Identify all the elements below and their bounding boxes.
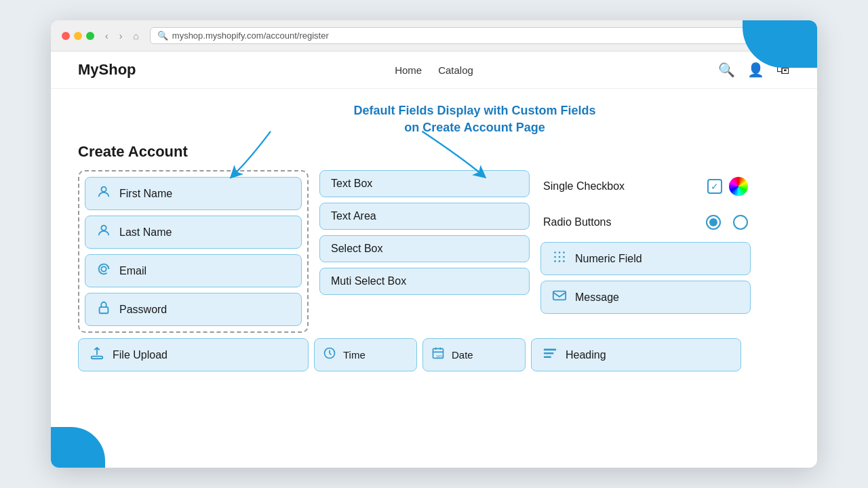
text-box-label: Text Box <box>331 178 372 190</box>
page-content: MyShop Home Catalog 🔍 👤 🛍 Default Fields… <box>51 52 817 468</box>
password-label: Password <box>119 304 167 316</box>
email-field[interactable]: Email <box>85 254 302 287</box>
password-field[interactable]: Password <box>85 293 302 326</box>
message-field[interactable]: Message <box>540 281 751 314</box>
svg-point-9 <box>563 256 565 258</box>
default-fields-column: First Name Last Name <box>78 170 309 333</box>
select-box-field[interactable]: Select Box <box>319 235 530 262</box>
first-name-field[interactable]: First Name <box>85 177 302 210</box>
back-button[interactable]: ‹ <box>102 29 111 43</box>
multi-select-label: Muti Select Box <box>331 275 406 287</box>
first-name-label: First Name <box>119 188 172 200</box>
radio-empty-icon[interactable] <box>733 215 748 230</box>
svg-point-8 <box>559 256 561 258</box>
traffic-lights <box>62 32 94 40</box>
user-icon[interactable]: 👤 <box>747 62 764 78</box>
browser-window: ‹ › ⌂ 🔍 myshop.myshopify.com/account/reg… <box>51 20 817 468</box>
date-field[interactable]: 365 Date <box>422 338 526 371</box>
envelope-icon <box>552 288 567 306</box>
heading-icon <box>542 346 557 364</box>
numeric-field[interactable]: Numeric Field <box>540 242 751 275</box>
annotation-line2: on Create Account Page <box>119 119 817 136</box>
svg-point-0 <box>101 187 106 192</box>
clock-icon <box>323 346 336 363</box>
address-bar[interactable]: 🔍 myshop.myshopify.com/account/register <box>150 27 764 44</box>
minimize-button[interactable] <box>74 32 82 40</box>
svg-rect-20 <box>544 357 551 358</box>
svg-rect-13 <box>553 291 566 300</box>
browser-chrome: ‹ › ⌂ 🔍 myshop.myshopify.com/account/reg… <box>51 20 817 52</box>
numeric-field-label: Numeric Field <box>575 253 642 265</box>
heading-field[interactable]: Heading <box>531 338 741 371</box>
search-icon[interactable]: 🔍 <box>718 62 735 78</box>
bottom-row: File Upload Time <box>78 338 790 371</box>
last-name-label: Last Name <box>119 226 172 239</box>
calendar-icon: 365 <box>431 346 445 363</box>
multi-select-field[interactable]: Muti Select Box <box>319 268 530 295</box>
single-checkbox-field: Single Checkbox ✓ <box>540 170 751 203</box>
at-icon <box>96 262 111 280</box>
close-button[interactable] <box>62 32 70 40</box>
file-upload-label: File Upload <box>113 349 167 361</box>
shop-logo: MyShop <box>78 61 395 79</box>
email-label: Email <box>119 265 146 277</box>
grid-icon <box>552 249 567 268</box>
svg-point-6 <box>563 252 565 254</box>
nav-catalog[interactable]: Catalog <box>438 64 473 76</box>
radio-buttons-field: Radio Buttons <box>540 208 751 237</box>
checkbox-icon[interactable]: ✓ <box>707 179 722 194</box>
custom-fields-right: Single Checkbox ✓ Radio Buttons <box>540 170 751 333</box>
time-label: Time <box>343 349 366 361</box>
annotation-line1: Default Fields Display with Custom Field… <box>119 102 817 119</box>
select-box-label: Select Box <box>331 243 382 255</box>
message-label: Message <box>575 291 619 304</box>
forward-button[interactable]: › <box>117 29 125 43</box>
svg-point-12 <box>563 260 565 262</box>
shop-links: Home Catalog <box>395 64 473 76</box>
custom-fields-middle: Text Box Text Area Select Box Muti Selec… <box>319 170 530 333</box>
time-field[interactable]: Time <box>314 338 417 371</box>
person-icon <box>96 184 111 203</box>
home-button[interactable]: ⌂ <box>130 29 141 43</box>
text-box-field[interactable]: Text Box <box>319 170 530 197</box>
browser-nav: ‹ › ⌂ <box>102 29 142 43</box>
radio-buttons-label: Radio Buttons <box>543 216 699 228</box>
date-label: Date <box>452 349 473 361</box>
create-account-title: Create Account <box>78 143 790 161</box>
svg-point-1 <box>101 226 106 230</box>
svg-rect-3 <box>100 307 108 313</box>
color-wheel-icon <box>729 177 748 196</box>
svg-rect-18 <box>544 349 556 351</box>
svg-point-11 <box>559 260 561 262</box>
svg-point-2 <box>101 267 106 272</box>
svg-text:365: 365 <box>436 354 443 359</box>
shop-icons: 🔍 👤 🛍 <box>473 62 790 78</box>
nav-home[interactable]: Home <box>395 64 422 76</box>
address-text: myshop.myshopify.com/account/register <box>172 30 329 41</box>
svg-point-10 <box>554 260 556 262</box>
svg-rect-14 <box>92 357 103 359</box>
svg-point-7 <box>554 256 556 258</box>
person-icon-2 <box>96 223 111 241</box>
text-area-field[interactable]: Text Area <box>319 203 530 230</box>
main-area: Default Fields Display with Custom Field… <box>51 89 817 385</box>
single-checkbox-label: Single Checkbox <box>543 180 701 192</box>
shop-nav: MyShop Home Catalog 🔍 👤 🛍 <box>51 52 817 89</box>
svg-point-4 <box>554 252 556 254</box>
svg-point-5 <box>559 252 561 254</box>
heading-label: Heading <box>566 349 606 361</box>
maximize-button[interactable] <box>86 32 94 40</box>
lock-icon <box>96 300 111 319</box>
last-name-field[interactable]: Last Name <box>85 216 302 249</box>
fields-grid: First Name Last Name <box>78 170 790 333</box>
radio-filled-icon[interactable] <box>706 215 721 230</box>
annotation: Default Fields Display with Custom Field… <box>119 102 817 136</box>
upload-icon <box>90 346 104 364</box>
svg-rect-19 <box>544 352 554 354</box>
file-upload-field[interactable]: File Upload <box>78 338 309 371</box>
text-area-label: Text Area <box>331 210 376 222</box>
